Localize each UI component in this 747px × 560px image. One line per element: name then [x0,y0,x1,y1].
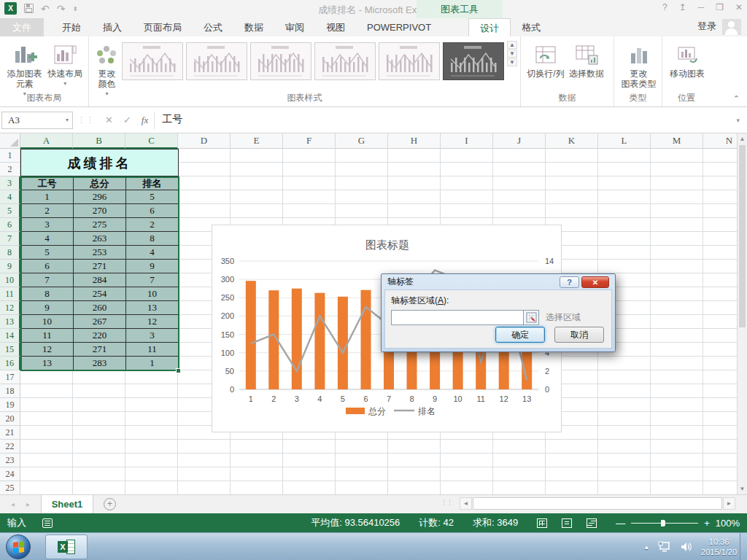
cell[interactable]: 1 [20,190,74,204]
quick-layout-button[interactable]: 快速布局 ▾ [45,41,86,89]
cell[interactable]: 267 [74,315,126,329]
column-header-D[interactable]: D [178,133,231,149]
column-header-B[interactable]: B [73,133,125,149]
zoom-out-icon[interactable]: — [616,518,625,529]
sheet-nav-right-icon[interactable]: ▸ [26,500,30,508]
cell[interactable]: 253 [74,246,126,260]
cell[interactable]: 284 [74,273,126,287]
gallery-up-icon[interactable]: ▲ [507,41,517,49]
horizontal-scrollbar[interactable]: ◄ ► [460,497,735,510]
tab-home[interactable]: 开始 [51,18,92,36]
zoom-in-icon[interactable]: + [704,518,710,529]
cell[interactable]: 总分 [74,176,126,190]
sheet-nav-left-icon[interactable]: ◂ [11,500,15,508]
column-header-K[interactable]: K [546,133,598,149]
avatar[interactable] [722,19,741,35]
customize-qat-icon[interactable]: ⇟ [72,5,78,12]
taskbar-excel-button[interactable]: X [45,534,88,559]
cell[interactable]: 263 [74,232,126,246]
row-header-3[interactable]: 3 [0,176,20,190]
select-data-button[interactable]: 选择数据 [566,41,607,79]
cell[interactable]: 3 [20,218,74,232]
start-button[interactable] [6,534,31,559]
row-header-6[interactable]: 6 [0,218,20,232]
tab-format[interactable]: 格式 [511,18,551,36]
vertical-scrollbar[interactable]: ▲ ▼ [737,133,747,494]
gallery-more-icon[interactable]: ▼ [507,58,517,66]
row-header-14[interactable]: 14 [0,329,20,343]
cell[interactable]: 260 [74,301,126,315]
row-header-5[interactable]: 5 [0,204,20,218]
column-header-E[interactable]: E [231,133,283,149]
cell[interactable]: 9 [126,260,179,273]
chart-style-thumbnail[interactable] [186,42,247,80]
cancel-button[interactable]: 取消 [554,327,604,343]
macro-record-icon[interactable] [42,518,53,528]
change-chart-type-button[interactable]: 更改 图表类型 [619,41,659,89]
cell[interactable]: 12 [20,343,74,357]
column-header-I[interactable]: I [441,133,493,149]
cell[interactable]: 11 [126,343,179,357]
hidden-icons-icon[interactable]: ▲ [643,544,649,551]
table-title-cell[interactable]: 成绩排名 [20,149,179,176]
new-sheet-icon[interactable]: + [104,498,116,510]
tab-page-layout[interactable]: 页面布局 [133,18,193,36]
change-colors-button[interactable]: 更改 颜色 ▾ [93,41,120,99]
row-header-11[interactable]: 11 [0,287,20,301]
ribbon-display-icon[interactable]: ↥ [679,2,686,12]
vertical-scroll-thumb[interactable] [739,145,746,327]
column-header-A[interactable]: A [20,133,73,149]
cell[interactable]: 8 [20,287,74,301]
page-layout-view-icon[interactable] [562,518,572,528]
cell[interactable]: 2 [20,204,74,218]
tab-data[interactable]: 数据 [233,18,274,36]
row-header-18[interactable]: 18 [0,384,20,398]
close-icon[interactable]: ✕ [735,2,743,12]
show-desktop-button[interactable] [740,533,747,560]
redo-icon[interactable]: ↷ [57,4,66,14]
cell[interactable]: 5 [20,246,74,260]
row-header-24[interactable]: 24 [0,467,20,481]
row-header-7[interactable]: 7 [0,232,20,246]
normal-view-icon[interactable] [537,518,547,528]
cell[interactable]: 排名 [126,176,179,190]
cell[interactable]: 8 [126,232,179,246]
collapse-ribbon-icon[interactable]: ⌃ [733,94,740,104]
name-box[interactable]: A3 ▾ [1,112,73,129]
row-header-20[interactable]: 20 [0,412,20,426]
row-header-25[interactable]: 25 [0,481,20,494]
row-header-22[interactable]: 22 [0,440,20,454]
row-header-1[interactable]: 1 [0,149,20,163]
column-header-N[interactable]: N [703,133,737,149]
cell[interactable]: 3 [126,329,179,343]
row-header-2[interactable]: 2 [0,163,20,176]
cell[interactable]: 6 [20,260,74,273]
cell[interactable]: 4 [126,246,179,260]
cell[interactable]: 1 [126,357,179,370]
cell[interactable]: 7 [20,273,74,287]
axis-label-range-input[interactable] [391,310,524,325]
tab-design[interactable]: 设计 [468,18,511,36]
range-picker-icon[interactable] [524,310,539,325]
page-break-view-icon[interactable] [587,518,597,528]
cell[interactable]: 10 [20,315,74,329]
column-header-G[interactable]: G [336,133,388,149]
zoom-slider[interactable] [631,523,698,524]
dialog-title-bar[interactable]: 轴标签 ? ✕ [382,274,615,289]
scrollbar-splitter[interactable]: ⋮⋮ [441,499,452,506]
column-header-C[interactable]: C [125,133,178,149]
row-header-4[interactable]: 4 [0,190,20,204]
chart-style-thumbnail[interactable] [122,42,183,80]
row-header-17[interactable]: 17 [0,370,20,384]
gallery-down-icon[interactable]: ▼ [507,50,517,58]
network-icon[interactable] [658,541,671,553]
scroll-down-icon[interactable]: ▼ [738,486,747,492]
row-header-19[interactable]: 19 [0,398,20,412]
row-header-21[interactable]: 21 [0,426,20,440]
cell[interactable]: 275 [74,218,126,232]
ok-button[interactable]: 确定 [495,327,545,343]
chart-style-thumbnail[interactable] [379,42,440,80]
cell[interactable]: 11 [20,329,74,343]
cell[interactable]: 9 [20,301,74,315]
switch-row-column-button[interactable]: 切换行/列 [525,41,566,79]
